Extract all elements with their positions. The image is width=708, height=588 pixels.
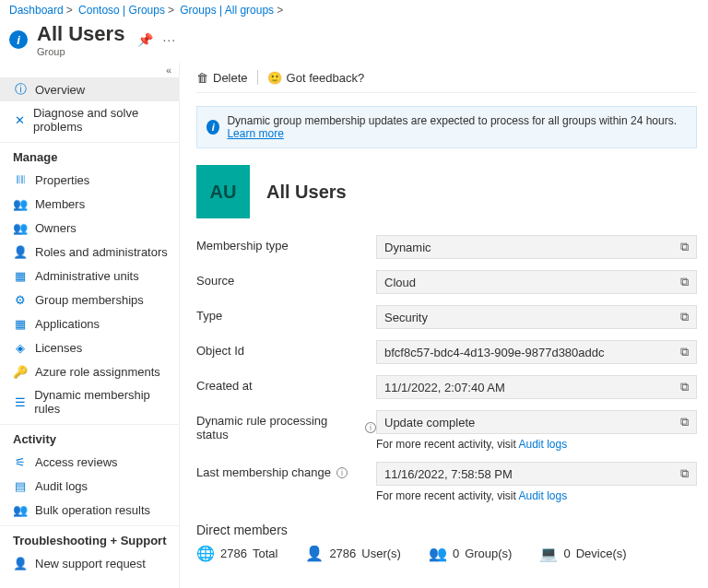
- value-source: Cloud⧉: [376, 270, 697, 294]
- stat-devices: 💻0Device(s): [539, 545, 626, 562]
- banner-learn-more-link[interactable]: Learn more: [227, 127, 283, 140]
- sidebar-item-applications[interactable]: ▦Applications: [0, 312, 179, 335]
- applications-icon: ▦: [13, 316, 28, 331]
- value-type: Security⧉: [376, 305, 697, 329]
- sidebar-item-overview[interactable]: ⓘ Overview: [0, 77, 179, 101]
- key-icon: 🔑: [13, 364, 28, 379]
- sidebar-label: New support request: [35, 557, 146, 570]
- sidebar-label: Overview: [35, 83, 85, 97]
- owners-icon: 👥: [13, 220, 28, 235]
- sidebar-item-licenses[interactable]: ◈Licenses: [0, 335, 179, 359]
- toolbar-divider: [257, 70, 258, 85]
- stat-groups: 👥0Group(s): [429, 545, 513, 562]
- group-name: All Users: [266, 182, 347, 203]
- label-membership-type: Membership type: [196, 235, 376, 253]
- audit-logs-link[interactable]: Audit logs: [518, 489, 567, 502]
- page-header: i All Users Group 📌 ···: [0, 20, 708, 63]
- sidebar-item-azure-role[interactable]: 🔑Azure role assignments: [0, 359, 179, 383]
- group-avatar: AU: [196, 165, 250, 218]
- sidebar-label: Applications: [35, 317, 100, 331]
- value-dyn-status: Update complete⧉: [376, 410, 697, 434]
- sidebar-item-dynamic-rules[interactable]: ☰Dynamic membership rules: [0, 383, 179, 420]
- sidebar-label: Dynamic membership rules: [34, 388, 171, 416]
- breadcrumb: Dashboard> Contoso | Groups> Groups | Al…: [0, 0, 708, 20]
- copy-icon[interactable]: ⧉: [680, 240, 689, 254]
- sidebar-item-roles[interactable]: 👤Roles and administrators: [0, 240, 179, 264]
- sidebar-item-diagnose[interactable]: ✕ Diagnose and solve problems: [0, 101, 179, 138]
- info-tooltip-icon[interactable]: i: [365, 422, 376, 433]
- sidebar-section-activity: Activity: [0, 424, 179, 450]
- properties-icon: ⦀⦀: [13, 172, 28, 187]
- licenses-icon: ◈: [13, 340, 28, 355]
- sidebar-item-bulk-results[interactable]: 👥Bulk operation results: [0, 498, 179, 522]
- sidebar-item-audit-logs[interactable]: ▤Audit logs: [0, 474, 179, 498]
- info-banner: i Dynamic group membership updates are e…: [196, 106, 697, 148]
- sidebar-label: Group memberships: [35, 293, 144, 307]
- sidebar-label: Access reviews: [35, 455, 118, 469]
- page-title: All Users: [37, 22, 124, 46]
- note-dyn-status: For more recent activity, visit Audit lo…: [376, 438, 697, 451]
- pin-icon[interactable]: 📌: [137, 32, 153, 47]
- access-reviews-icon: ⚟: [13, 454, 28, 469]
- info-circle-icon: ⓘ: [13, 82, 28, 97]
- group-icon: 👥: [429, 545, 447, 562]
- value-created-at: 11/1/2022, 2:07:40 AM⧉: [376, 375, 697, 399]
- sidebar-item-access-reviews[interactable]: ⚟Access reviews: [0, 450, 179, 474]
- crumb-contoso-groups[interactable]: Contoso | Groups: [78, 4, 165, 17]
- sidebar-item-admin-units[interactable]: ▦Administrative units: [0, 264, 179, 288]
- copy-icon[interactable]: ⧉: [680, 345, 689, 359]
- stat-total: 🌐2786Total: [196, 545, 277, 562]
- label-type: Type: [196, 305, 376, 323]
- user-icon: 👤: [305, 545, 324, 562]
- sidebar-section-troubleshooting: Troubleshooting + Support: [0, 525, 179, 551]
- value-last-change: 11/16/2022, 7:58:58 PM⧉: [376, 462, 697, 486]
- sidebar-label: Azure role assignments: [35, 365, 160, 379]
- sidebar-item-properties[interactable]: ⦀⦀Properties: [0, 168, 179, 192]
- crumb-all-groups[interactable]: Groups | All groups: [180, 4, 274, 17]
- sidebar-label: Properties: [35, 173, 89, 187]
- trash-icon: 🗑: [196, 71, 208, 85]
- audit-logs-icon: ▤: [13, 478, 28, 493]
- more-icon[interactable]: ···: [162, 32, 176, 47]
- copy-icon[interactable]: ⧉: [680, 466, 689, 481]
- copy-icon[interactable]: ⧉: [680, 275, 689, 289]
- sidebar-item-support[interactable]: 👤New support request: [0, 551, 179, 575]
- value-membership-type: Dynamic⧉: [376, 235, 697, 259]
- copy-icon[interactable]: ⧉: [680, 310, 689, 324]
- sidebar-label: Bulk operation results: [35, 503, 150, 517]
- banner-text: Dynamic group membership updates are exp…: [227, 114, 677, 127]
- label-created-at: Created at: [196, 375, 376, 393]
- copy-icon[interactable]: ⧉: [680, 415, 689, 429]
- sidebar-label: Administrative units: [35, 269, 139, 283]
- info-icon: i: [9, 30, 28, 49]
- sidebar-item-members[interactable]: 👥Members: [0, 192, 179, 216]
- sidebar-label: Members: [35, 197, 85, 211]
- feedback-button[interactable]: 🙂Got feedback?: [267, 71, 365, 85]
- sidebar-label: Audit logs: [35, 479, 88, 493]
- sidebar-item-owners[interactable]: 👥Owners: [0, 216, 179, 240]
- group-header: AU All Users: [196, 165, 697, 218]
- audit-logs-link[interactable]: Audit logs: [518, 438, 567, 451]
- direct-members-stats: 🌐2786Total 👤2786User(s) 👥0Group(s) 💻0Dev…: [196, 545, 697, 588]
- sidebar: « ⓘ Overview ✕ Diagnose and solve proble…: [0, 63, 180, 588]
- main-content: 🗑Delete 🙂Got feedback? i Dynamic group m…: [180, 63, 708, 588]
- collapse-sidebar-icon[interactable]: «: [0, 63, 179, 77]
- crumb-dashboard[interactable]: Dashboard: [9, 4, 64, 17]
- info-tooltip-icon[interactable]: i: [336, 467, 348, 478]
- bulk-results-icon: 👥: [13, 502, 28, 517]
- rules-icon: ☰: [13, 394, 27, 409]
- members-icon: 👥: [13, 196, 28, 211]
- feedback-icon: 🙂: [267, 71, 282, 85]
- sidebar-section-manage: Manage: [0, 142, 179, 168]
- sidebar-label: Licenses: [35, 341, 82, 355]
- label-source: Source: [196, 270, 376, 288]
- copy-icon[interactable]: ⧉: [680, 380, 689, 394]
- wrench-icon: ✕: [13, 112, 26, 127]
- info-icon: i: [206, 120, 219, 135]
- delete-button[interactable]: 🗑Delete: [196, 71, 248, 85]
- value-object-id: bfcf8c57-bdc4-4d13-909e-9877d380addc⧉: [376, 340, 697, 364]
- globe-icon: 🌐: [196, 545, 215, 562]
- sidebar-item-group-memberships[interactable]: ⚙Group memberships: [0, 288, 179, 312]
- sidebar-label: Roles and administrators: [35, 245, 168, 259]
- admin-units-icon: ▦: [13, 268, 28, 283]
